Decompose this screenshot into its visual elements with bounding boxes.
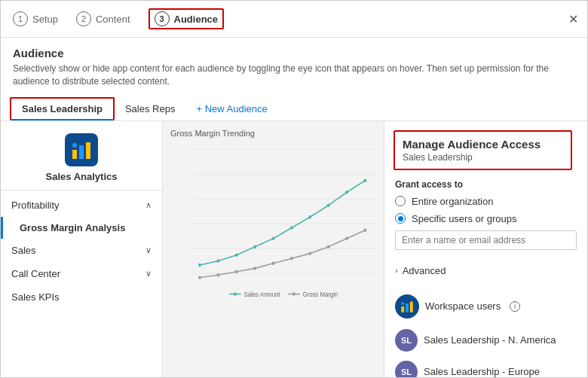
workspace-icon: [395, 294, 419, 319]
audience-header: Audience Selectively show or hide app co…: [1, 38, 587, 93]
app-icon-area: Sales Analytics: [1, 121, 162, 191]
close-button[interactable]: ✕: [568, 12, 578, 26]
right-panel: Manage Audience Access Sales Leadership …: [384, 121, 587, 377]
step-content[interactable]: 2 Content: [76, 11, 130, 26]
radio-entire-org-circle: [395, 196, 406, 206]
modal-container: 1 Setup 2 Content 3 Audience ✕ Audience …: [0, 0, 588, 378]
app-icon: [65, 133, 98, 166]
chart-svg: Sales Amount Gross Margin: [170, 141, 376, 306]
user-label-1: Sales Leadership - Europe: [424, 366, 540, 377]
svg-point-20: [198, 276, 201, 279]
step-content-label: Content: [96, 14, 130, 25]
svg-rect-37: [406, 303, 409, 312]
left-nav: Sales Analytics Profitability ∧ Gross Ma…: [1, 121, 163, 377]
svg-point-14: [272, 236, 275, 239]
chevron-right-icon-advanced: ›: [395, 266, 398, 275]
svg-rect-0: [72, 150, 77, 159]
workspace-row: Workspace users i: [384, 288, 587, 325]
svg-point-25: [290, 257, 293, 260]
steps-bar: 1 Setup 2 Content 3 Audience ✕: [1, 1, 587, 38]
nav-item-profitability[interactable]: Profitability ∧: [1, 194, 162, 217]
svg-point-10: [198, 263, 201, 266]
audience-desc: Selectively show or hide app content for…: [13, 62, 575, 88]
user-row-1: SL Sales Leadership - Europe: [384, 356, 587, 377]
svg-point-12: [235, 253, 238, 256]
step-audience-circle: 3: [155, 11, 170, 26]
nav-section: Profitability ∧ Gross Margin Analysis Sa…: [1, 191, 162, 312]
svg-point-27: [327, 245, 330, 248]
svg-point-3: [72, 143, 77, 148]
svg-point-24: [272, 261, 275, 264]
tabs-row: Sales Leadership Sales Reps + New Audien…: [1, 93, 587, 121]
svg-point-21: [216, 273, 219, 276]
preview-inner: Gross Margin Trending: [163, 121, 384, 316]
svg-point-11: [216, 259, 219, 262]
step-setup-label: Setup: [32, 14, 58, 25]
chevron-down-icon-sales: ∨: [145, 245, 152, 255]
step-audience-label: Audience: [174, 14, 219, 25]
svg-rect-1: [79, 145, 84, 159]
user-avatar-1: SL: [395, 361, 418, 377]
advanced-row[interactable]: › Advanced: [384, 262, 587, 279]
new-audience-button[interactable]: + New Audience: [188, 99, 274, 119]
radio-entire-org[interactable]: Entire organization: [395, 196, 577, 207]
grant-label: Grant access to: [395, 179, 577, 190]
svg-rect-36: [401, 306, 404, 312]
email-input[interactable]: [395, 230, 577, 250]
info-icon: i: [510, 301, 520, 312]
svg-point-31: [234, 292, 237, 295]
manage-header-box: Manage Audience Access Sales Leadership: [394, 130, 572, 170]
grant-section: Grant access to Entire organization Spec…: [384, 176, 587, 262]
tab-sales-reps[interactable]: Sales Reps: [115, 99, 185, 119]
svg-rect-2: [86, 142, 90, 159]
svg-point-39: [401, 302, 404, 305]
svg-rect-38: [410, 301, 413, 312]
main-content: Sales Analytics Profitability ∧ Gross Ma…: [1, 121, 587, 377]
svg-point-22: [235, 270, 238, 273]
svg-point-29: [363, 228, 366, 231]
user-row-0: SL Sales Leadership - N. America: [384, 325, 587, 356]
manage-subtitle: Sales Leadership: [403, 152, 563, 163]
svg-point-19: [363, 178, 366, 181]
step-audience-box: 3 Audience: [149, 8, 225, 29]
body: Audience Selectively show or hide app co…: [1, 38, 587, 377]
step-content-circle: 2: [76, 11, 91, 26]
step-setup[interactable]: 1 Setup: [13, 11, 58, 26]
svg-point-17: [327, 203, 330, 206]
svg-point-16: [308, 215, 311, 218]
app-name: Sales Analytics: [46, 171, 118, 182]
step-audience[interactable]: 3 Audience: [149, 8, 225, 29]
user-avatar-0: SL: [395, 329, 418, 352]
nav-item-sales-kpis[interactable]: Sales KPIs: [1, 285, 162, 309]
nav-item-call-center[interactable]: Call Center ∨: [1, 262, 162, 285]
radio-dot: [398, 216, 403, 221]
svg-point-34: [292, 292, 296, 295]
svg-text:Gross Margin: Gross Margin: [303, 290, 338, 298]
chart-title: Gross Margin Trending: [170, 129, 376, 138]
svg-point-23: [253, 267, 256, 270]
nav-sub-item-gross-margin[interactable]: Gross Margin Analysis: [1, 217, 162, 239]
svg-point-13: [253, 245, 256, 248]
chevron-up-icon: ∧: [145, 200, 152, 210]
manage-title: Manage Audience Access: [403, 138, 563, 151]
step-setup-circle: 1: [13, 11, 28, 26]
nav-item-sales[interactable]: Sales ∨: [1, 239, 162, 262]
svg-point-28: [345, 236, 348, 239]
user-label-0: Sales Leadership - N. America: [424, 334, 556, 346]
tab-sales-leadership[interactable]: Sales Leadership: [10, 97, 115, 120]
radio-specific-users[interactable]: Specific users or groups: [395, 213, 577, 224]
chevron-down-icon-callcenter: ∨: [145, 269, 152, 279]
svg-point-26: [308, 251, 311, 255]
radio-specific-users-circle: [395, 213, 406, 224]
center-preview: Gross Margin Trending: [163, 121, 384, 377]
svg-text:Sales Amount: Sales Amount: [244, 290, 281, 298]
audience-title: Audience: [13, 47, 575, 59]
svg-point-18: [345, 191, 348, 194]
svg-point-15: [290, 226, 293, 229]
